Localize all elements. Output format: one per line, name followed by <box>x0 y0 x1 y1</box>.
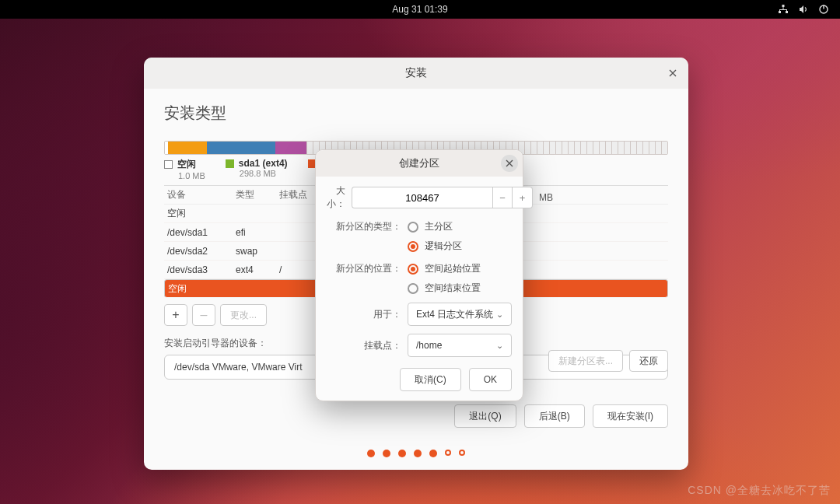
size-input[interactable] <box>352 187 492 208</box>
watermark: CSDN @全糖去冰吃不了苦 <box>688 484 831 498</box>
top-menubar: Aug 31 01:39 <box>0 0 840 19</box>
window-titlebar: 安装 <box>144 58 688 89</box>
dialog-cancel-button[interactable]: 取消(C) <box>400 368 461 391</box>
step-dot <box>429 450 437 457</box>
dialog-ok-button[interactable]: OK <box>469 368 512 391</box>
step-dot <box>398 450 406 457</box>
new-partition-table-button[interactable]: 新建分区表... <box>548 350 623 372</box>
page-heading: 安装类型 <box>164 103 668 124</box>
step-dot <box>367 450 375 457</box>
chevron-down-icon: ⌄ <box>496 310 503 320</box>
network-icon[interactable] <box>778 4 789 15</box>
mount-point-label: 挂载点： <box>327 339 401 352</box>
table-side-buttons: 新建分区表... 还原 <box>548 350 668 372</box>
radio-primary[interactable]: 主分区 <box>408 220 462 233</box>
svg-rect-8 <box>823 5 824 9</box>
change-partition-button[interactable]: 更改... <box>220 304 267 326</box>
progress-dots <box>144 450 688 457</box>
svg-rect-0 <box>782 5 785 7</box>
remove-partition-button[interactable]: – <box>192 304 215 326</box>
partition-type-label: 新分区的类型： <box>327 219 401 233</box>
create-partition-dialog: 创建分区 大小： − + MB 新分区的类型： 主分区 逻辑分区 <box>315 149 523 401</box>
wizard-buttons: 退出(Q) 后退(B) 现在安装(I) <box>454 404 668 428</box>
size-label: 大小： <box>327 184 345 211</box>
window-title: 安装 <box>405 66 427 80</box>
size-plus-button[interactable]: + <box>513 187 533 208</box>
dialog-close-button[interactable] <box>501 155 518 172</box>
use-as-label: 用于： <box>327 308 401 321</box>
quit-button[interactable]: 退出(Q) <box>454 404 516 428</box>
mount-point-select[interactable]: /home ⌄ <box>408 334 512 357</box>
step-dot <box>414 450 422 457</box>
size-minus-button[interactable]: − <box>492 187 513 208</box>
dialog-titlebar: 创建分区 <box>316 150 523 177</box>
radio-logical[interactable]: 逻辑分区 <box>408 240 462 253</box>
bootloader-value: /dev/sda VMware, VMware Virt <box>174 362 303 373</box>
dialog-title: 创建分区 <box>399 156 439 170</box>
radio-location-begin[interactable]: 空间起始位置 <box>408 262 481 275</box>
clock: Aug 31 01:39 <box>392 4 447 15</box>
svg-rect-5 <box>779 9 780 12</box>
legend-sda1: sda1 (ext4) 298.8 MB <box>226 158 288 178</box>
back-button[interactable]: 后退(B) <box>524 404 585 428</box>
svg-rect-6 <box>786 9 787 12</box>
revert-button[interactable]: 还原 <box>629 350 668 372</box>
chevron-down-icon: ⌄ <box>496 341 503 351</box>
volume-icon[interactable] <box>798 4 809 15</box>
size-unit: MB <box>539 192 553 203</box>
size-spinner: − + MB <box>352 187 553 208</box>
step-dot <box>445 450 451 456</box>
filesystem-select[interactable]: Ext4 日志文件系统 ⌄ <box>408 303 512 326</box>
install-now-button[interactable]: 现在安装(I) <box>593 404 668 428</box>
step-dot <box>383 450 390 457</box>
window-close-button[interactable] <box>665 65 681 81</box>
add-partition-button[interactable]: + <box>164 304 187 326</box>
radio-location-end[interactable]: 空间结束位置 <box>408 282 481 295</box>
step-dot <box>459 450 465 456</box>
partition-location-label: 新分区的位置： <box>327 261 401 275</box>
svg-rect-4 <box>779 9 787 10</box>
svg-rect-3 <box>783 7 784 9</box>
legend-free: 空闲 1.0 MB <box>164 158 205 180</box>
power-icon[interactable] <box>818 4 829 15</box>
system-tray <box>778 0 829 19</box>
